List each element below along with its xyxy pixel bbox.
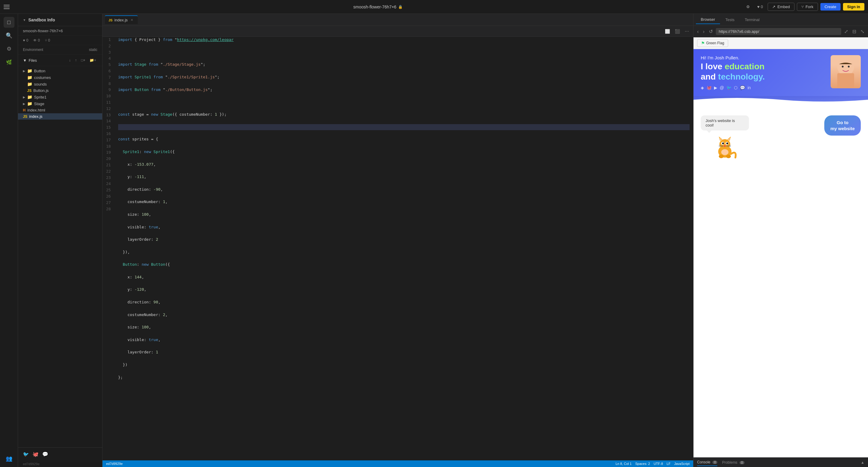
svg-point-20 [719,155,724,158]
file-tree: ▶ 📁 Button 📁 costumes 📁 sounds JS Button… [18,66,102,447]
svg-point-3 [842,66,844,67]
browser-toolbar: ‹ › ↺ ⤢ ⊟ ⤡ [693,26,868,37]
sidebar-icon-users[interactable]: 👥 [4,453,14,464]
sidebar-icon-git[interactable]: 🌿 [4,57,14,67]
console-collapse-button[interactable]: ▲ [861,460,864,465]
console-tab[interactable]: Console 0 [697,459,717,466]
svg-point-4 [848,66,849,67]
code-content[interactable]: import { Project } from "https://unpkg.c… [115,37,693,460]
preview-social-icons: ◈ 🐙 ▶ @ 🐦 ⬡ 💬 in [701,85,826,90]
files-title-toggle[interactable]: ▼ Files [23,58,37,63]
split-vertical-button[interactable]: ⬜ [663,28,672,35]
twitter-icon[interactable]: 🐦 [23,452,29,457]
folder-icon: 📁 [27,82,32,87]
tab-terminal[interactable]: Terminal [740,15,764,24]
code-editor[interactable]: 1234567891011121314151617181920212223242… [102,37,693,460]
create-button[interactable]: Create [820,3,841,10]
topbar-actions: ⚙ ♥ 0 ↗ Embed ⑂ Fork Create Sign in [744,3,864,11]
tree-item-button-js[interactable]: JS Button.js [18,87,102,94]
spaces-setting: Spaces: 2 [635,462,650,466]
embed-button[interactable]: ↗ Embed [768,3,794,11]
tree-item-index-html[interactable]: H index.html [18,107,102,113]
settings-button[interactable]: ⚙ [744,3,752,10]
folder-icon: 📁 [27,75,32,80]
likes-count: 0 [26,38,28,42]
hamburger-menu[interactable] [4,3,12,11]
tree-item-index-js[interactable]: JS index.js [18,113,102,120]
svg-point-21 [726,155,731,158]
back-button[interactable]: ‹ [696,28,700,35]
sidebar: □ 🔍 ⚙ 🌿 👥 [0,14,18,467]
sidebar-icon-search[interactable]: 🔍 [4,30,14,41]
chevron-down-icon: ▼ [23,19,26,22]
avatar [831,55,861,88]
new-folder-button[interactable]: 📁+ [88,58,97,63]
tree-item-sounds[interactable]: 📁 sounds [18,81,102,87]
scratch-icon: ◈ [701,85,704,90]
views-stat: 👁 0 [33,38,40,42]
sandbox-info-header[interactable]: ▼ Sandbox Info [18,14,102,26]
folder-name: Sprite1 [34,95,46,99]
discord-preview-icon: 💬 [740,85,745,90]
tree-item-costumes[interactable]: 📁 costumes [18,74,102,81]
tab-tests[interactable]: Tests [721,15,739,24]
fork-button[interactable]: ⑂ Fork [797,3,818,11]
tree-item-button-folder[interactable]: ▶ 📁 Button [18,67,102,74]
education-highlight: education [724,62,764,71]
open-new-tab-button[interactable]: ⤢ [843,28,849,35]
discord-icon[interactable]: 💬 [42,452,48,457]
folder-name: sounds [34,82,47,87]
go-to-website-button[interactable]: Go tomy website [824,115,861,135]
love-prefix: I love [701,62,724,71]
chevron-right-icon: ▶ [23,102,25,105]
github-icon[interactable]: 🐙 [33,452,38,457]
tree-item-stage[interactable]: ▶ 📁 Stage [18,100,102,107]
preview-header: Hi! I'm Josh Pullen. I love education an… [693,49,868,96]
cursor-position: Ln 8, Col 1 [616,462,632,466]
new-file-button[interactable]: □+ [80,58,87,63]
files-chevron-icon: ▼ [23,58,27,63]
refresh-button[interactable]: ↺ [708,28,714,35]
sidebar-icon-files[interactable]: □ [4,17,14,28]
line-numbers: 1234567891011121314151617181920212223242… [102,37,115,460]
files-actions: ↓ ↑ □+ 📁+ [68,58,97,63]
green-flag-bar: ⚑ Green Flag [693,37,868,49]
tab-browser[interactable]: Browser [696,15,720,24]
svg-point-2 [839,61,852,71]
sort-down-button[interactable]: ↓ [68,58,72,63]
lock-icon: 🔒 [398,5,403,9]
sidebar-icon-settings[interactable]: ⚙ [4,43,14,54]
linkedin-icon: in [747,85,751,90]
problems-tab[interactable]: Problems 0 [722,459,744,466]
flag-icon: ⚑ [701,41,705,45]
sandbox-stats: ♥ 0 👁 0 ⑂ 0 [18,36,102,45]
title-text: smoosh-flower-76h7×6 [353,4,396,9]
embed-label: Embed [777,4,789,9]
tab-index-js[interactable]: JS index.js ✕ [105,15,138,24]
statusbar: ed7d9929e Ln 8, Col 1 Spaces: 2 UTF-8 LF… [102,460,693,467]
browser-url-input[interactable] [716,28,841,35]
technology-highlight: technology. [718,72,765,81]
speech-bubble: Josh's website is cool! [701,115,749,130]
green-flag-button[interactable]: ⚑ Green Flag [697,39,728,47]
twitter-preview-icon: 🐦 [726,85,732,90]
file-name: index.html [27,108,45,113]
avatar-face [831,55,861,88]
tab-close-button[interactable]: ✕ [130,18,134,22]
likes-button[interactable]: ♥ 0 [755,3,765,10]
fork-label: Fork [806,4,813,9]
tests-tab-label: Tests [725,18,735,22]
likes-count: 0 [761,4,763,9]
more-options-button[interactable]: ⋯ [683,28,691,35]
sort-up-button[interactable]: ↑ [74,58,78,63]
forward-button[interactable]: › [702,28,706,35]
expand-button[interactable]: ⤡ [859,28,866,35]
split-horizontal-button[interactable]: ⬛ [673,28,682,35]
layout-toggle-button[interactable]: ⊟ [851,28,858,35]
tree-item-sprite1[interactable]: ▶ 📁 Sprite1 [18,94,102,100]
problems-label: Problems [722,460,738,465]
sandbox-info-title: Sandbox Info [28,18,55,22]
signin-button[interactable]: Sign in [843,3,864,10]
editor-toolbar: ⬜ ⬛ ⋯ [102,26,693,37]
sidebar-bottom: 🐦 🐙 💬 [18,447,102,461]
